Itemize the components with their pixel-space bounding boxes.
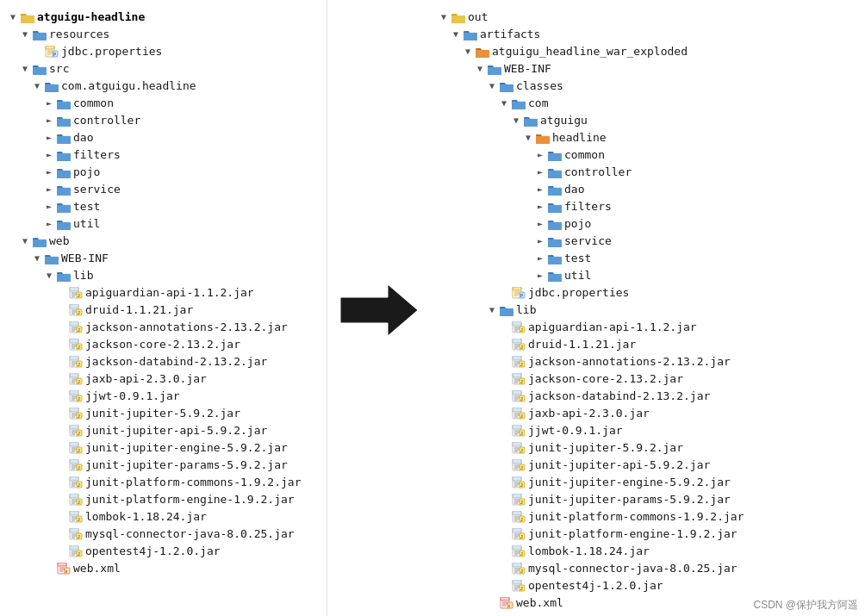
expand-icon-pojo[interactable]: ► (43, 166, 55, 178)
expand-icon-web[interactable]: ▼ (19, 235, 31, 247)
tree-item-src[interactable]: ▼ src (7, 60, 320, 78)
tree-item-lombok[interactable]: J lombok-1.18.24.jar (7, 508, 320, 526)
expand-icon-common2[interactable]: ► (534, 149, 546, 161)
expand-icon-common[interactable]: ► (43, 97, 55, 109)
tree-item-util[interactable]: ► util (7, 215, 320, 233)
tree-item-common[interactable]: ► common (7, 95, 320, 112)
expand-icon-dao[interactable]: ► (43, 132, 55, 144)
tree-item-jackson-ann2[interactable]: J jackson-annotations-2.13.2.jar (438, 353, 858, 370)
expand-icon-atguigu2[interactable]: ▼ (510, 115, 522, 127)
tree-item-jackson-data2[interactable]: J jackson-databind-2.13.2.jar (438, 388, 858, 405)
tree-item-junit-platform-engine2[interactable]: J junit-platform-engine-1.9.2.jar (438, 526, 858, 543)
tree-item-jackson-ann[interactable]: J jackson-annotations-2.13.2.jar (7, 319, 320, 336)
tree-item-mysql[interactable]: J mysql-connector-java-8.0.25.jar (7, 526, 320, 543)
tree-item-web[interactable]: ▼ web (7, 233, 320, 250)
tree-item-jjwt[interactable]: J jjwt-0.9.1.jar (7, 388, 320, 405)
tree-item-apiguardian2[interactable]: J apiguardian-api-1.1.2.jar (438, 319, 858, 336)
expand-icon-util[interactable]: ► (43, 218, 55, 230)
tree-item-lib[interactable]: ▼ lib (7, 267, 320, 284)
tree-item-service2[interactable]: ► service (438, 233, 858, 250)
tree-item-opentest[interactable]: J opentest4j-1.2.0.jar (7, 543, 320, 560)
tree-item-jaxb[interactable]: J jaxb-api-2.3.0.jar (7, 370, 320, 388)
tree-item-resources[interactable]: ▼ resources (7, 26, 320, 43)
tree-item-webinf2[interactable]: ▼ WEB-INF (438, 60, 858, 78)
tree-item-jaxb2[interactable]: J jaxb-api-2.3.0.jar (438, 405, 858, 422)
tree-item-webinf[interactable]: ▼ WEB-INF (7, 250, 320, 267)
tree-item-classes[interactable]: ▼ classes (438, 78, 858, 95)
expand-icon-lib[interactable]: ▼ (43, 270, 55, 282)
tree-item-junit-jupiter-api[interactable]: J junit-jupiter-api-5.9.2.jar (7, 422, 320, 439)
expand-icon-webinf2[interactable]: ▼ (474, 63, 486, 75)
tree-item-dao[interactable]: ► dao (7, 129, 320, 146)
tree-item-util2[interactable]: ► util (438, 267, 858, 284)
tree-item-controller[interactable]: ► controller (7, 112, 320, 129)
expand-icon-webinf[interactable]: ▼ (31, 252, 43, 264)
expand-icon-pojo2[interactable]: ► (534, 218, 546, 230)
tree-item-common2[interactable]: ► common (438, 146, 858, 164)
expand-icon-headline2[interactable]: ▼ (522, 132, 534, 144)
tree-item-com2[interactable]: ▼ com (438, 95, 858, 112)
tree-item-jdbc-props[interactable]: P jdbc.properties (7, 43, 320, 60)
tree-item-lib2[interactable]: ▼ lib (438, 302, 858, 319)
tree-item-jackson-data[interactable]: J jackson-databind-2.13.2.jar (7, 353, 320, 370)
tree-item-atguigu2[interactable]: ▼ atguigu (438, 112, 858, 129)
expand-icon-out[interactable]: ▼ (438, 11, 450, 23)
tree-item-com[interactable]: ▼ com.atguigu.headline (7, 78, 320, 95)
expand-icon-dao2[interactable]: ► (534, 184, 546, 196)
tree-item-junit-jupiter-api2[interactable]: J junit-jupiter-api-5.9.2.jar (438, 457, 858, 474)
tree-item-junit-jupiter-params2[interactable]: J junit-jupiter-params-5.9.2.jar (438, 491, 858, 508)
expand-icon-filters[interactable]: ► (43, 149, 55, 161)
tree-item-jjwt2[interactable]: J jjwt-0.9.1.jar (438, 422, 858, 439)
expand-icon-src[interactable]: ▼ (19, 63, 31, 75)
tree-item-druid[interactable]: J druid-1.1.21.jar (7, 302, 320, 319)
expand-icon-util2[interactable]: ► (534, 270, 546, 282)
expand-icon-resources[interactable]: ▼ (19, 28, 31, 40)
expand-icon-filters2[interactable]: ► (534, 201, 546, 213)
tree-item-junit-jupiter2[interactable]: J junit-jupiter-5.9.2.jar (438, 439, 858, 457)
tree-item-out[interactable]: ▼ out (438, 9, 858, 26)
tree-item-junit-platform-commons2[interactable]: J junit-platform-commons-1.9.2.jar (438, 508, 858, 526)
tree-item-lombok2[interactable]: J lombok-1.18.24.jar (438, 543, 858, 560)
tree-item-headline2[interactable]: ▼ headline (438, 129, 858, 146)
expand-icon-test[interactable]: ► (43, 201, 55, 213)
expand-icon-service2[interactable]: ► (534, 235, 546, 247)
tree-item-exploded[interactable]: ▼ atguigu_headline_war_exploded (438, 43, 858, 60)
tree-item-test2[interactable]: ► test (438, 250, 858, 267)
expand-icon-test2[interactable]: ► (534, 252, 546, 264)
expand-icon-controller[interactable]: ► (43, 115, 55, 127)
expand-icon-service[interactable]: ► (43, 184, 55, 196)
tree-item-controller2[interactable]: ► controller (438, 164, 858, 181)
tree-item-filters2[interactable]: ► filters (438, 198, 858, 215)
tree-item-junit-jupiter[interactable]: J junit-jupiter-5.9.2.jar (7, 405, 320, 422)
tree-item-junit-platform-commons[interactable]: J junit-platform-commons-1.9.2.jar (7, 474, 320, 491)
tree-item-test[interactable]: ► test (7, 198, 320, 215)
jar-file-icon-jjwt: J (69, 390, 83, 402)
tree-item-jackson-core2[interactable]: J jackson-core-2.13.2.jar (438, 370, 858, 388)
tree-item-junit-jupiter-engine[interactable]: J junit-jupiter-engine-5.9.2.jar (7, 439, 320, 457)
tree-item-root[interactable]: ▼ atguigu-headline (7, 9, 320, 26)
tree-item-pojo2[interactable]: ► pojo (438, 215, 858, 233)
tree-item-junit-platform-engine[interactable]: J junit-platform-engine-1.9.2.jar (7, 491, 320, 508)
expand-icon-artifacts[interactable]: ▼ (450, 28, 462, 40)
tree-item-filters[interactable]: ► filters (7, 146, 320, 164)
expand-icon-controller2[interactable]: ► (534, 166, 546, 178)
expand-icon-exploded[interactable]: ▼ (462, 46, 474, 58)
tree-item-mysql2[interactable]: J mysql-connector-java-8.0.25.jar (438, 560, 858, 577)
tree-item-webxml[interactable]: X web.xml (7, 560, 320, 577)
expand-icon-root[interactable]: ▼ (7, 11, 19, 23)
tree-item-artifacts[interactable]: ▼ artifacts (438, 26, 858, 43)
tree-item-junit-jupiter-engine2[interactable]: J junit-jupiter-engine-5.9.2.jar (438, 474, 858, 491)
tree-item-jdbc-props2[interactable]: P jdbc.properties (438, 284, 858, 302)
tree-item-dao2[interactable]: ► dao (438, 181, 858, 198)
expand-icon-classes[interactable]: ▼ (486, 80, 498, 92)
tree-item-service[interactable]: ► service (7, 181, 320, 198)
tree-item-opentest2[interactable]: J opentest4j-1.2.0.jar (438, 577, 858, 594)
tree-item-junit-jupiter-params[interactable]: J junit-jupiter-params-5.9.2.jar (7, 457, 320, 474)
expand-icon-com2[interactable]: ▼ (498, 97, 510, 109)
expand-icon-lib2[interactable]: ▼ (486, 304, 498, 316)
tree-item-apiguardian[interactable]: J apiguardian-api-1.1.2.jar (7, 284, 320, 302)
tree-item-pojo[interactable]: ► pojo (7, 164, 320, 181)
expand-icon-com[interactable]: ▼ (31, 80, 43, 92)
tree-item-druid2[interactable]: J druid-1.1.21.jar (438, 336, 858, 353)
tree-item-jackson-core[interactable]: J jackson-core-2.13.2.jar (7, 336, 320, 353)
